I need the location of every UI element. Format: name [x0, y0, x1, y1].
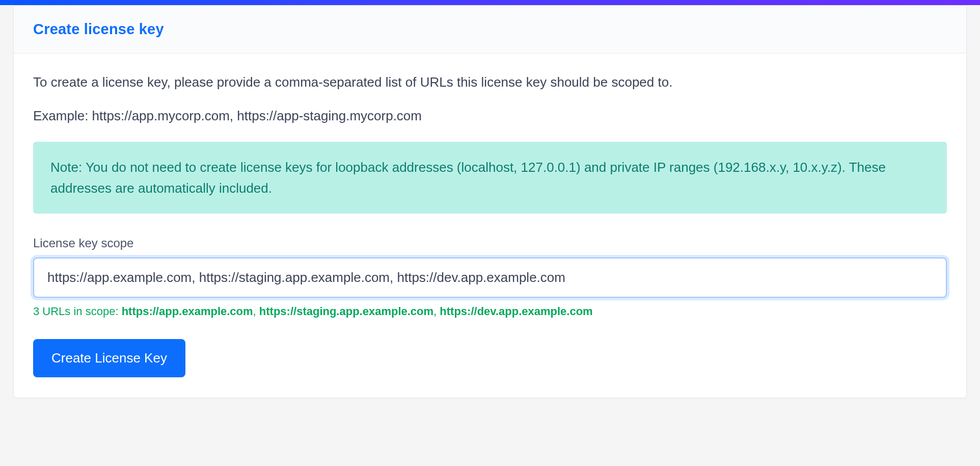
page-title: Create license key — [33, 21, 947, 38]
example-text: Example: https://app.mycorp.com, https:/… — [33, 107, 947, 126]
create-license-button[interactable]: Create License Key — [33, 339, 185, 377]
validation-url-3: https://dev.app.example.com — [440, 305, 592, 318]
note-text: Note: You do not need to create license … — [50, 157, 930, 198]
instruction-text: To create a license key, please provide … — [33, 73, 947, 92]
validation-url-1: https://app.example.com — [122, 305, 253, 318]
card-header: Create license key — [14, 6, 966, 54]
card-body: To create a license key, please provide … — [14, 54, 966, 398]
validation-message: 3 URLs in scope: https://app.example.com… — [33, 304, 947, 320]
create-license-card: Create license key To create a license k… — [13, 5, 967, 398]
top-gradient-bar — [0, 0, 980, 5]
scope-input[interactable] — [33, 257, 947, 298]
note-box: Note: You do not need to create license … — [33, 142, 947, 214]
scope-field-label: License key scope — [33, 236, 947, 250]
validation-sep-2: , — [433, 305, 440, 318]
validation-prefix: 3 URLs in scope: — [33, 305, 122, 318]
validation-url-2: https://staging.app.example.com — [259, 305, 433, 318]
validation-sep-1: , — [253, 305, 259, 318]
